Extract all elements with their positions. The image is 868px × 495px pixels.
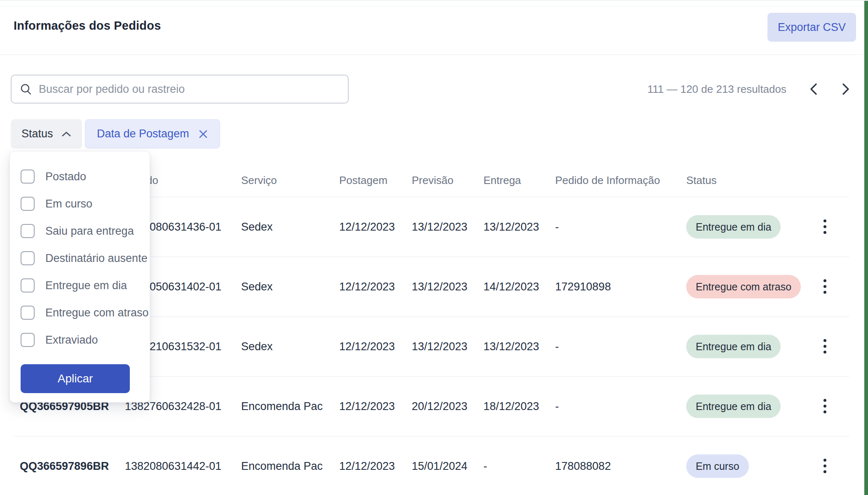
date-filter-label: Data de Postagem	[97, 127, 189, 140]
pagination: 111 — 120 de 213 resultados	[647, 75, 855, 104]
filter-option-entregue-com-atraso[interactable]: Entregue com atraso	[21, 299, 150, 326]
orders-page: Informações dos Pedidos Exportar CSV 111…	[0, 0, 868, 495]
filter-option-saiu-para-entrega[interactable]: Saiu para entrega	[21, 217, 150, 245]
previsao-date: 20/12/2023	[412, 400, 467, 412]
previsao-date: 13/12/2023	[412, 220, 467, 233]
filter-option-destinatario-ausente[interactable]: Destinatário ausente	[21, 245, 150, 272]
service: Sedex	[241, 340, 273, 353]
entrega-date: -	[483, 460, 487, 472]
filter-option-entregue-em-dia[interactable]: Entregue em dia	[21, 272, 150, 299]
date-filter-chip[interactable]: Data de Postagem	[85, 119, 220, 148]
chevron-left-icon	[809, 82, 818, 96]
row-actions-button[interactable]	[814, 214, 835, 240]
filter-option-postado[interactable]: Postado	[21, 163, 150, 190]
entrega-date: 18/12/2023	[483, 400, 539, 412]
info-request: -	[555, 220, 559, 233]
filter-option-extraviado[interactable]: Extraviado	[21, 326, 150, 354]
column-header-servico: Serviço	[241, 174, 277, 187]
top-divider	[0, 6, 864, 7]
info-request: 178088082	[555, 460, 611, 472]
info-request: 172910898	[555, 280, 611, 293]
postagem-date: 12/12/2023	[339, 460, 395, 472]
checkbox-entregue-com-atraso[interactable]	[21, 306, 35, 320]
service: Encomenda Pac	[241, 460, 323, 472]
checkbox-em-curso[interactable]	[21, 197, 35, 211]
previsao-date: 13/12/2023	[412, 340, 467, 353]
info-request: -	[555, 340, 559, 353]
column-header-previsao: Previsão	[412, 174, 453, 187]
next-page-button[interactable]	[837, 80, 855, 98]
postagem-date: 12/12/2023	[339, 400, 395, 412]
search-box[interactable]	[11, 75, 349, 104]
results-count: 111 — 120 de 213 resultados	[647, 83, 786, 96]
search-input[interactable]	[39, 83, 340, 96]
row-actions-button[interactable]	[814, 393, 835, 420]
tracking-code: QQ366597896BR	[20, 460, 109, 472]
checkbox-entregue-em-dia[interactable]	[21, 278, 35, 292]
checkbox-extraviado[interactable]	[21, 333, 35, 347]
row-actions-button[interactable]	[814, 333, 835, 360]
apply-filter-button[interactable]: Aplicar	[21, 364, 130, 393]
filter-option-label: Em curso	[45, 198, 92, 210]
filter-option-label: Saiu para entrega	[45, 225, 134, 238]
search-icon	[20, 83, 32, 95]
filter-option-em-curso[interactable]: Em curso	[21, 190, 150, 217]
previsao-date: 13/12/2023	[412, 280, 467, 293]
status-badge: Em curso	[686, 454, 749, 478]
chevron-up-icon	[61, 131, 71, 137]
filter-option-label: Postado	[45, 170, 86, 183]
close-icon[interactable]	[198, 129, 208, 139]
previsao-date: 15/01/2024	[412, 460, 467, 472]
filter-option-label: Entregue com atraso	[45, 306, 149, 319]
row-actions-button[interactable]	[814, 273, 835, 300]
column-header-postagem: Postagem	[339, 174, 387, 187]
status-filter-button[interactable]: Status	[11, 119, 82, 148]
table-row: QQ366597896BR 1382080631442-01 Encomenda…	[0, 436, 868, 495]
service: Encomenda Pac	[241, 400, 323, 412]
window-edge-strip	[864, 1, 868, 495]
entrega-date: 13/12/2023	[483, 220, 539, 233]
status-filter-label: Status	[21, 127, 53, 140]
row-actions-button[interactable]	[814, 453, 835, 479]
postagem-date: 12/12/2023	[339, 340, 395, 353]
order-number: 1382080631442-01	[125, 460, 221, 472]
filter-option-label: Entregue em dia	[45, 279, 127, 292]
prev-page-button[interactable]	[805, 80, 823, 98]
checkbox-destinatario-ausente[interactable]	[21, 251, 35, 265]
filter-option-label: Extraviado	[45, 334, 98, 346]
column-header-status: Status	[686, 174, 717, 187]
page-title: Informações dos Pedidos	[14, 19, 161, 33]
checkbox-saiu-para-entrega[interactable]	[21, 224, 35, 238]
status-filter-dropdown: Postado Em curso Saiu para entrega Desti…	[9, 151, 150, 403]
service: Sedex	[241, 220, 273, 233]
column-header-entrega: Entrega	[483, 174, 521, 187]
service: Sedex	[241, 280, 273, 293]
status-badge: Entregue em dia	[686, 394, 781, 418]
postagem-date: 12/12/2023	[339, 280, 395, 293]
checkbox-postado[interactable]	[21, 170, 35, 184]
info-request: -	[555, 400, 559, 412]
header-divider	[0, 54, 864, 55]
filter-option-label: Destinatário ausente	[45, 252, 148, 265]
chevron-right-icon	[841, 82, 850, 96]
postagem-date: 12/12/2023	[339, 220, 395, 233]
status-badge: Entregue em dia	[686, 335, 781, 358]
entrega-date: 13/12/2023	[483, 340, 539, 353]
export-csv-button[interactable]: Exportar CSV	[767, 13, 856, 42]
status-badge: Entregue com atraso	[686, 275, 801, 298]
status-badge: Entregue em dia	[686, 215, 781, 238]
column-header-pedido-informacao: Pedido de Informação	[555, 174, 660, 187]
entrega-date: 14/12/2023	[483, 280, 539, 293]
